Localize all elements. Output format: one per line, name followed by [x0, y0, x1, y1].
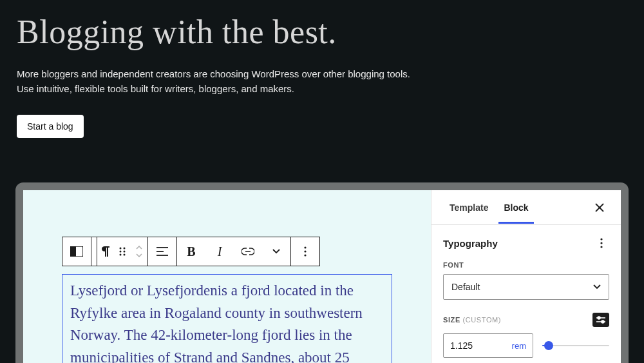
paragraph-block-icon: [70, 246, 83, 257]
chevron-down-icon: [272, 249, 280, 254]
size-unit-toggle[interactable]: rem: [512, 341, 526, 351]
hero-subtitle-line-2: Use intuitive, flexible tools built for …: [17, 83, 294, 94]
italic-icon: I: [218, 244, 222, 259]
move-vertical-icon: [135, 246, 143, 257]
settings-sidebar: Template Block Typography FONT Default: [431, 190, 621, 363]
font-select[interactable]: Default: [443, 274, 609, 300]
svg-point-11: [304, 246, 306, 248]
svg-point-12: [304, 250, 306, 252]
italic-button[interactable]: I: [205, 237, 234, 266]
hero-title: Blogging with the best.: [17, 13, 627, 51]
svg-point-5: [124, 251, 126, 253]
kebab-icon: [304, 246, 307, 257]
link-button[interactable]: [234, 237, 262, 266]
typography-panel: Typography FONT Default SIZE (CUSTOM): [431, 225, 621, 363]
svg-point-7: [124, 254, 126, 256]
svg-point-17: [600, 242, 602, 244]
tab-block[interactable]: Block: [496, 192, 536, 223]
font-select-value: Default: [451, 282, 480, 292]
size-qualifier: (CUSTOM): [463, 316, 502, 324]
size-slider[interactable]: [542, 340, 609, 351]
size-input[interactable]: 1.125 rem: [443, 333, 533, 358]
svg-point-3: [124, 248, 126, 250]
panel-options-button[interactable]: [594, 235, 609, 251]
hero-subtitle: More bloggers and independent creators a…: [17, 66, 627, 97]
chevron-down-icon: [593, 284, 601, 289]
kebab-icon: [600, 238, 603, 248]
bold-icon: B: [187, 244, 195, 259]
editor-frame: B I Lysefjord or Lysefjordenis a fjord l…: [15, 182, 629, 363]
panel-title: Typography: [443, 238, 498, 249]
more-formatting-button[interactable]: [262, 237, 290, 266]
svg-point-4: [120, 251, 122, 253]
paragraph-block[interactable]: Lysefjord or Lysefjordenis a fjord locat…: [62, 274, 392, 363]
align-left-icon: [156, 247, 168, 256]
sliders-icon: [596, 316, 605, 324]
sidebar-tabs: Template Block: [431, 190, 621, 225]
close-icon: [595, 203, 604, 212]
block-type-button[interactable]: [62, 237, 91, 266]
align-button[interactable]: [148, 237, 176, 266]
svg-point-13: [304, 254, 306, 256]
tab-template[interactable]: Template: [442, 192, 496, 223]
start-blog-button[interactable]: Start a blog: [17, 115, 84, 138]
move-updown-button[interactable]: [131, 237, 147, 266]
size-label-text: SIZE: [443, 316, 460, 324]
hero-subtitle-line-1: More bloggers and independent creators a…: [17, 68, 410, 79]
size-label: SIZE (CUSTOM): [443, 316, 501, 324]
paragraph-style-button[interactable]: [97, 237, 114, 266]
size-value: 1.125: [450, 340, 473, 351]
size-custom-toggle[interactable]: [592, 313, 609, 327]
drag-icon: [119, 247, 126, 256]
svg-point-20: [598, 317, 600, 319]
svg-point-16: [600, 238, 602, 240]
editor-window: B I Lysefjord or Lysefjordenis a fjord l…: [23, 190, 621, 363]
close-sidebar-button[interactable]: [589, 197, 611, 219]
block-options-button[interactable]: [291, 237, 319, 266]
link-icon: [242, 248, 254, 255]
svg-point-6: [120, 254, 122, 256]
drag-handle-button[interactable]: [114, 237, 131, 266]
font-label: FONT: [443, 261, 609, 269]
bold-button[interactable]: B: [177, 237, 205, 266]
svg-point-2: [120, 248, 122, 250]
slider-thumb[interactable]: [544, 341, 553, 350]
editor-canvas[interactable]: B I Lysefjord or Lysefjordenis a fjord l…: [23, 190, 431, 363]
svg-rect-1: [70, 246, 76, 257]
svg-point-22: [601, 320, 604, 323]
block-toolbar: B I: [62, 237, 320, 266]
pilcrow-icon: [101, 246, 110, 257]
svg-point-18: [600, 246, 602, 248]
